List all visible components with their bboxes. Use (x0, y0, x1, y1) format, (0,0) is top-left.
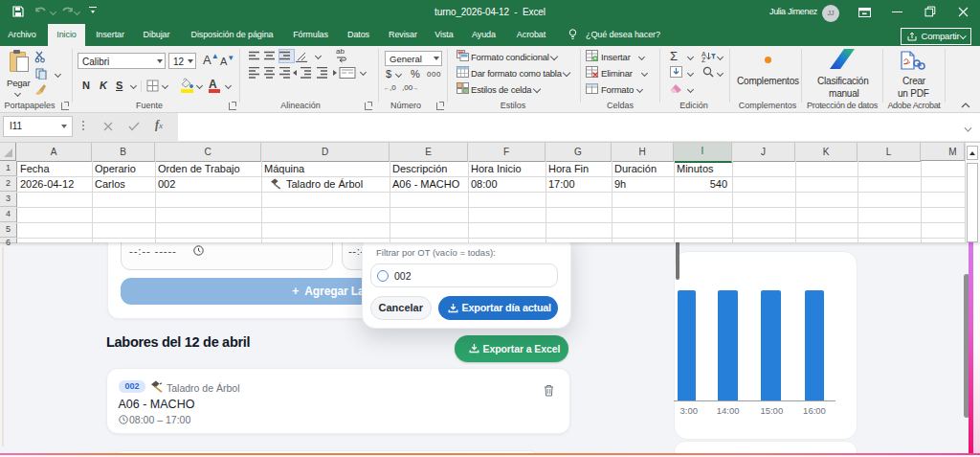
svg-text:Z: Z (702, 57, 706, 62)
